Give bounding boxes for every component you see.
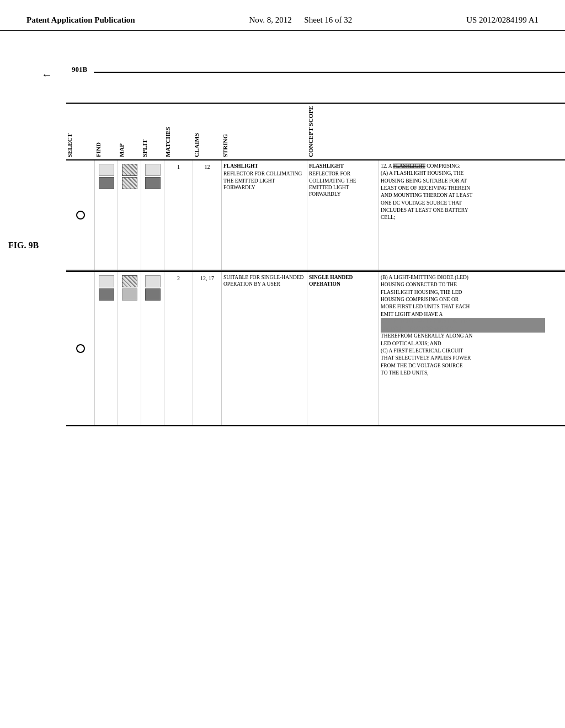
bottom-bracket-line: [66, 425, 565, 426]
cell-string-1: FLASHLIGHT REFLECTOR FOR COLLIMATING THE…: [222, 160, 307, 270]
map-thumb-2b[interactable]: [122, 288, 137, 301]
find-thumb-1b[interactable]: [99, 177, 114, 189]
header-date: Nov. 8, 2012 Sheet 16 of 32: [249, 15, 352, 25]
col-header-select: SELECT: [66, 133, 95, 157]
map-thumb-2a[interactable]: [122, 275, 137, 287]
cell-split-1: [141, 160, 164, 270]
page-header: Patent Application Publication Nov. 8, 2…: [0, 0, 565, 31]
cell-matches-2: 2: [164, 272, 193, 425]
map-thumb-1b[interactable]: [122, 177, 137, 189]
text-content-2: (B) A LIGHT-EMITTING DIODE (LED) HOUSING…: [381, 274, 545, 377]
main-content: FIG. 9B ← 901B ↗ SELECT FIND MAP: [0, 31, 565, 437]
split-thumb-1a[interactable]: [145, 164, 161, 176]
cell-find-2: [95, 272, 118, 425]
cell-split-2: [141, 272, 164, 425]
top-bracket-line: [94, 72, 565, 73]
header-patent-number: US 2012/0284199 A1: [466, 15, 539, 25]
ref-number: 901B: [72, 65, 87, 74]
string-label-1: FLASHLIGHT: [223, 163, 258, 169]
table-row: 1 12 FLASHLIGHT REFLECTOR FOR COLLIMATIN…: [66, 160, 565, 271]
table-row: 2 12, 17 SUITABLE FOR SINGLE-HANDED OPER…: [66, 271, 565, 425]
split-thumb-1b[interactable]: [145, 177, 161, 189]
radio-button-2[interactable]: [76, 344, 85, 353]
col-header-matches: MATCHES: [164, 127, 193, 157]
concept-label-2: SINGLE HANDED OPERATION: [309, 274, 377, 288]
table-area: SELECT FIND MAP SPLIT MATCHES CLAIMS: [66, 103, 565, 425]
col-header-map: MAP: [118, 143, 141, 157]
string-label-2: SUITABLE FOR SINGLE-HANDED OPERATION BY …: [223, 274, 305, 288]
cell-text-2: (B) A LIGHT-EMITTING DIODE (LED) HOUSING…: [379, 272, 550, 425]
col-header-string: STRING: [222, 134, 307, 157]
cell-matches-1: 1: [164, 160, 193, 270]
find-thumb-2a[interactable]: [99, 275, 114, 287]
col-header-split: SPLIT: [141, 140, 164, 157]
cell-string-2: SUITABLE FOR SINGLE-HANDED OPERATION BY …: [222, 272, 307, 425]
split-thumb-2a[interactable]: [145, 275, 161, 287]
figure-label: FIG. 9B: [8, 240, 39, 250]
cell-concept-2: SINGLE HANDED OPERATION: [307, 272, 379, 425]
cell-map-1: [118, 160, 141, 270]
col-header-find: FIND: [95, 142, 118, 157]
cell-select-2[interactable]: [66, 272, 95, 425]
header-publication: Patent Application Publication: [26, 15, 135, 25]
cell-claims-2: 12, 17: [193, 272, 222, 425]
cell-map-2: [118, 272, 141, 425]
column-headers: SELECT FIND MAP SPLIT MATCHES CLAIMS: [66, 103, 565, 160]
concept-label-1: FLASHLIGHT: [309, 163, 344, 169]
ref-arrow-left: ←: [41, 68, 52, 81]
cell-concept-1: FLASHLIGHT REFLECTOR FOR COLLIMATING THE…: [307, 160, 379, 270]
map-thumb-1a[interactable]: [122, 164, 137, 176]
split-thumb-2b[interactable]: [145, 288, 161, 301]
cell-select-1[interactable]: [66, 160, 95, 270]
find-thumb-2b[interactable]: [99, 288, 114, 301]
string-detail-1: REFLECTOR FOR COLLIMATING THE EMITTED LI…: [223, 170, 305, 191]
cell-text-1: 12. A FLASHLIGHT COMPRISING: (A) A FLASH…: [379, 160, 550, 270]
diagram-container: ← 901B ↗ SELECT FIND MAP SPLIT: [66, 64, 565, 426]
col-header-claims: CLAIMS: [193, 133, 222, 157]
text-content-1: 12. A FLASHLIGHT COMPRISING: (A) A FLASH…: [381, 163, 472, 221]
col-header-concept: CONCEPT SCOPE: [307, 106, 379, 157]
find-thumb-1a[interactable]: [99, 164, 114, 176]
concept-detail-1: REFLECTOR FOR COLLIMATING THE EMITTED LI…: [309, 170, 377, 197]
cell-find-1: [95, 160, 118, 270]
radio-button-1[interactable]: [76, 211, 85, 220]
cell-claims-1: 12: [193, 160, 222, 270]
